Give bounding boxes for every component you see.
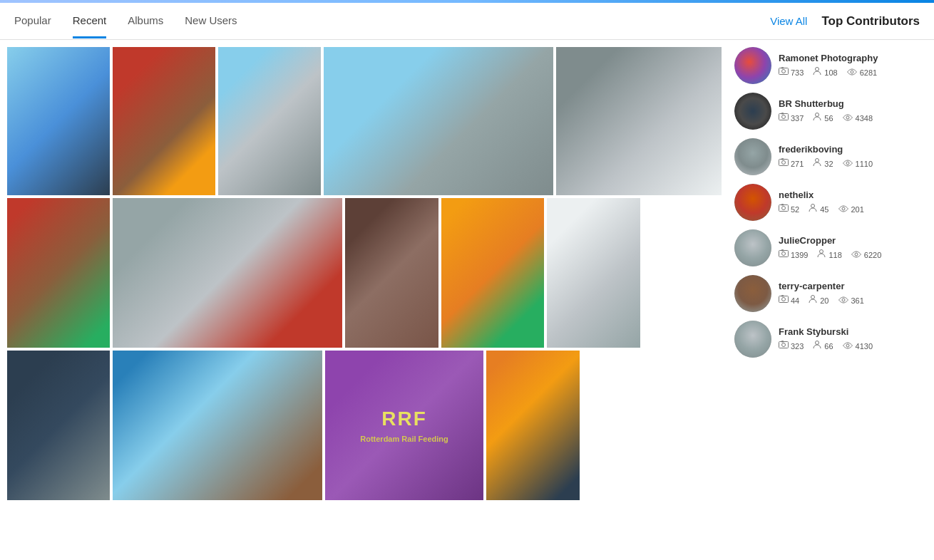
photo-cell[interactable] [345, 198, 438, 348]
svg-point-34 [846, 344, 849, 347]
photo-cell[interactable]: RRF Rotterdam Rail Feeding [325, 351, 483, 500]
contributor-item[interactable]: Frank Styburski 323 [734, 321, 927, 358]
stat-views: 4130 [842, 341, 873, 351]
stat-views: 1110 [842, 158, 873, 169]
svg-rect-30 [779, 342, 789, 348]
contributors-list: Ramonet Photography 733 [734, 47, 927, 358]
person-icon [808, 294, 818, 306]
svg-point-31 [782, 343, 786, 347]
photo-cell[interactable] [556, 47, 722, 195]
tab-albums[interactable]: Albums [128, 4, 163, 38]
svg-rect-5 [779, 114, 789, 120]
svg-point-21 [782, 252, 786, 256]
svg-point-6 [782, 115, 786, 119]
contributor-avatar [734, 229, 771, 266]
contributor-name: BR Shutterbug [779, 98, 927, 109]
contributor-name: terry-carpenter [779, 281, 927, 291]
contributor-name: nethelix [779, 190, 927, 200]
svg-point-28 [811, 296, 815, 299]
tab-recent[interactable]: Recent [73, 4, 107, 38]
photo-cell[interactable] [7, 351, 110, 500]
contributor-stats: 44 20 [779, 294, 927, 306]
contributor-item[interactable]: Ramonet Photography 733 [734, 47, 927, 84]
contributor-avatar [734, 93, 771, 130]
stat-followers: 118 [816, 249, 841, 261]
nav-right: View All Top Contributors [770, 14, 920, 28]
top-contributors-heading: Top Contributors [821, 14, 920, 28]
stat-followers: 56 [812, 112, 833, 124]
eye-icon [842, 341, 853, 351]
stat-views: 4348 [842, 113, 873, 123]
svg-point-9 [846, 116, 849, 119]
eye-icon [842, 158, 853, 169]
photo-icon [779, 67, 789, 78]
contributor-item[interactable]: nethelix 52 [734, 184, 927, 221]
tab-new-users[interactable]: New Users [185, 4, 237, 38]
stat-views: 201 [838, 204, 864, 214]
person-icon [812, 340, 822, 352]
view-all-link[interactable]: View All [770, 15, 807, 27]
contributor-name: frederikboving [779, 144, 927, 155]
svg-point-8 [816, 113, 819, 117]
person-icon [812, 112, 822, 124]
photo-cell[interactable] [7, 198, 110, 348]
contributor-name: JulieCropper [779, 235, 927, 246]
svg-point-19 [842, 207, 845, 210]
contributor-stats: 323 66 [779, 340, 927, 352]
contributor-stats: 337 56 [779, 112, 927, 124]
svg-point-23 [820, 250, 823, 254]
svg-rect-10 [779, 160, 789, 166]
photo-cell[interactable] [486, 351, 580, 500]
stat-followers: 66 [812, 340, 833, 352]
stat-photos: 52 [779, 204, 799, 214]
contributor-item[interactable]: JulieCropper 1399 [734, 229, 927, 266]
svg-point-13 [816, 159, 819, 162]
contributor-info: terry-carpenter 44 [779, 281, 927, 306]
photo-cell[interactable] [113, 198, 342, 348]
contributor-item[interactable]: terry-carpenter 44 [734, 275, 927, 312]
contributor-info: JulieCropper 1399 [779, 235, 927, 261]
stat-photos: 271 [779, 158, 804, 169]
photo-icon [779, 249, 789, 260]
contributor-avatar [734, 184, 771, 221]
svg-point-16 [782, 207, 786, 210]
svg-point-24 [855, 253, 858, 256]
stat-followers: 45 [808, 203, 828, 215]
photo-icon [779, 204, 789, 214]
photo-cell[interactable] [113, 351, 322, 500]
contributor-name: Ramonet Photography [779, 53, 927, 63]
photo-cell[interactable] [7, 47, 110, 195]
contributor-item[interactable]: frederikboving 271 [734, 138, 927, 175]
tab-popular[interactable]: Popular [14, 4, 51, 38]
photo-icon [779, 295, 789, 306]
stat-views: 6220 [851, 249, 881, 260]
contributor-stats: 1399 118 [779, 249, 927, 261]
stat-photos: 1399 [779, 249, 808, 260]
photo-cell[interactable] [113, 47, 215, 195]
photo-icon [779, 158, 789, 169]
stat-followers: 32 [812, 157, 833, 170]
contributor-avatar [734, 321, 771, 358]
stat-followers: 108 [812, 66, 837, 78]
contributor-stats: 271 32 [779, 157, 927, 170]
nav-tabs: Popular Recent Albums New Users [14, 4, 770, 38]
svg-rect-0 [779, 68, 789, 75]
eye-icon [838, 204, 849, 214]
eye-icon [842, 113, 853, 123]
svg-rect-15 [779, 205, 789, 212]
photo-cell[interactable] [218, 47, 321, 195]
main-content: RRF Rotterdam Rail Feeding Ramonet Photo… [0, 40, 934, 503]
stat-photos: 337 [779, 113, 804, 123]
photo-cell[interactable] [441, 198, 544, 348]
svg-point-11 [782, 161, 786, 165]
contributor-item[interactable]: BR Shutterbug 337 [734, 93, 927, 130]
photo-icon [779, 341, 789, 351]
svg-point-1 [782, 70, 786, 73]
eye-icon [838, 295, 849, 306]
photo-cell[interactable] [547, 198, 640, 348]
svg-point-3 [816, 68, 819, 71]
photo-icon [779, 113, 789, 123]
photo-cell[interactable] [324, 47, 553, 195]
contributor-info: BR Shutterbug 337 [779, 98, 927, 124]
stat-photos: 733 [779, 67, 804, 78]
